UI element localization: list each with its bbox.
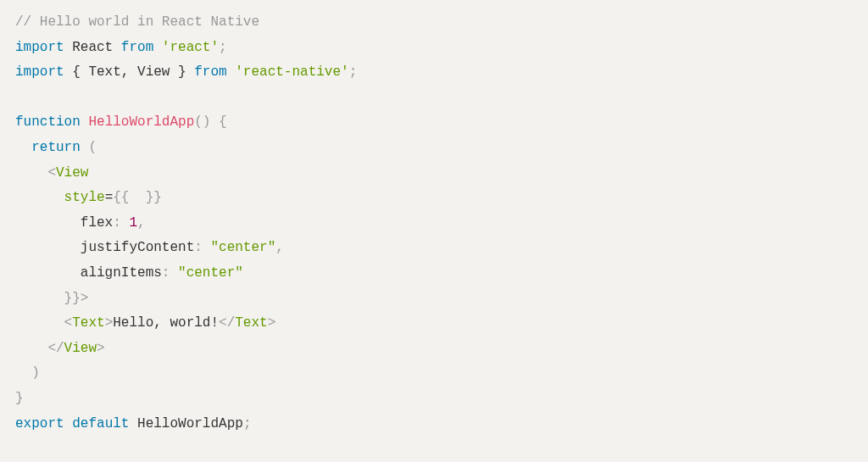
indent (15, 140, 31, 155)
property: flex (81, 215, 113, 231)
keyword-default: default (72, 416, 129, 431)
space (210, 114, 219, 130)
angle-bracket: < (64, 315, 73, 331)
keyword-export: export (15, 416, 64, 431)
angle-bracket: > (81, 291, 89, 306)
number-literal: 1 (129, 215, 137, 231)
semicolon: ; (219, 40, 227, 55)
angle-bracket: </ (219, 315, 235, 331)
jsx-tag: View (56, 165, 88, 181)
string-literal: 'react' (162, 40, 219, 55)
indent (15, 291, 64, 306)
jsx-tag: Text (235, 315, 267, 331)
angle-bracket: < (47, 165, 56, 181)
space (153, 40, 162, 55)
keyword-import: import (15, 64, 64, 80)
keyword-from: from (121, 40, 153, 55)
comma: , (137, 215, 146, 231)
identifier: { Text, View } (64, 64, 195, 80)
indent (15, 315, 64, 331)
indent (15, 341, 47, 356)
parens: () (194, 114, 210, 130)
jsx-text: Hello, world! (113, 315, 219, 331)
brace: } (15, 391, 24, 406)
equals: = (105, 190, 114, 205)
braces: {{ }} (113, 190, 162, 205)
semicolon: ; (243, 416, 252, 431)
indent (15, 240, 81, 255)
comma: , (275, 240, 284, 255)
space (81, 140, 89, 155)
colon: : (162, 265, 178, 281)
jsx-tag: View (64, 341, 97, 356)
brace: { (219, 114, 227, 130)
indent (15, 365, 31, 381)
angle-bracket: > (97, 341, 105, 356)
keyword-return: return (31, 140, 81, 155)
indent (15, 165, 47, 181)
space (81, 114, 89, 130)
indent (15, 190, 64, 205)
string-literal: 'react-native' (235, 64, 348, 80)
indent (15, 215, 81, 231)
angle-bracket: > (105, 315, 114, 331)
jsx-attr: style (64, 190, 105, 205)
keyword-function: function (15, 114, 81, 130)
string-literal: "center" (178, 265, 243, 281)
keyword-from: from (194, 64, 226, 80)
colon: : (113, 215, 129, 231)
code-block: // Hello world in React Native import Re… (15, 10, 853, 437)
indent (15, 265, 81, 281)
semicolon: ; (349, 64, 358, 80)
angle-bracket: </ (47, 341, 64, 356)
space (129, 416, 137, 431)
function-name: HelloWorldApp (88, 114, 194, 130)
identifier: HelloWorldApp (137, 416, 243, 431)
code-comment: // Hello world in React Native (15, 14, 259, 30)
space (227, 64, 236, 80)
property: justifyContent (81, 240, 194, 255)
jsx-tag: Text (72, 315, 104, 331)
space (64, 416, 73, 431)
identifier: React (64, 40, 121, 55)
paren: ( (88, 140, 97, 155)
property: alignItems (81, 265, 162, 281)
braces: }} (64, 291, 81, 306)
string-literal: "center" (210, 240, 275, 255)
angle-bracket: > (268, 315, 276, 331)
keyword-import: import (15, 40, 64, 55)
paren: ) (31, 365, 40, 381)
colon: : (194, 240, 210, 255)
